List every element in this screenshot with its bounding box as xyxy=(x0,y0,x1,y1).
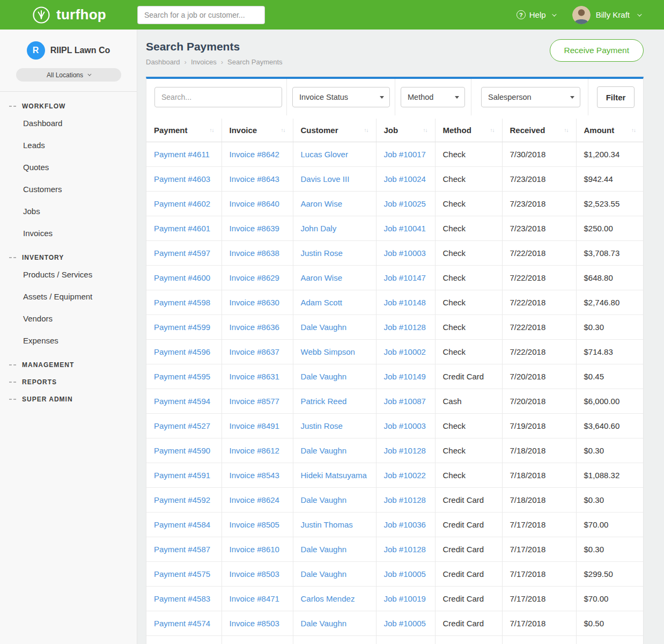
payment-link[interactable]: Payment #4603 xyxy=(154,174,210,184)
sidebar-item-customers[interactable]: Customers xyxy=(0,178,137,200)
sidebar-item-assets-equipment[interactable]: Assets / Equipment xyxy=(0,286,137,308)
sort-icon[interactable]: ↑↓ xyxy=(631,127,636,133)
payment-link[interactable]: Payment #4527 xyxy=(154,421,210,430)
job-link[interactable]: Job #10024 xyxy=(384,174,426,184)
payment-link[interactable]: Payment #4594 xyxy=(154,397,210,406)
column-header-invoice[interactable]: Invoice↑↓ xyxy=(222,119,293,142)
payment-link[interactable]: Payment #4575 xyxy=(154,569,210,579)
column-header-method[interactable]: Method↑↓ xyxy=(435,119,502,142)
sidebar-section-management[interactable]: MANAGEMENT xyxy=(0,361,137,369)
sidebar-item-invoices[interactable]: Invoices xyxy=(0,222,137,244)
job-link[interactable]: Job #10128 xyxy=(384,495,426,504)
job-link[interactable]: Job #10149 xyxy=(384,372,426,381)
job-link[interactable]: Job #10147 xyxy=(384,273,426,282)
sidebar-item-leads[interactable]: Leads xyxy=(0,134,137,156)
job-link[interactable]: Job #10128 xyxy=(384,323,426,332)
job-link[interactable]: Job #10022 xyxy=(384,471,426,480)
job-link[interactable]: Job #10128 xyxy=(384,446,426,455)
customer-link[interactable]: Justin Thomas xyxy=(301,520,353,529)
invoice-link[interactable]: Invoice #8503 xyxy=(230,569,279,579)
filter-button[interactable]: Filter xyxy=(597,86,635,108)
customer-link[interactable]: Dale Vaughn xyxy=(301,545,347,554)
invoice-link[interactable]: Invoice #8630 xyxy=(230,298,279,307)
job-link[interactable]: Job #10128 xyxy=(384,545,426,554)
job-link[interactable]: Job #10019 xyxy=(384,594,426,603)
invoice-link[interactable]: Invoice #8471 xyxy=(230,594,279,603)
sidebar-item-vendors[interactable]: Vendors xyxy=(0,308,137,330)
column-header-job[interactable]: Job↑↓ xyxy=(376,119,435,142)
sidebar-section-reports[interactable]: REPORTS xyxy=(0,378,137,386)
column-header-payment[interactable]: Payment↑↓ xyxy=(146,119,222,142)
payment-link[interactable]: Payment #4600 xyxy=(154,273,210,282)
receive-payment-button[interactable]: Receive Payment xyxy=(550,39,644,62)
customer-link[interactable]: Davis Love III xyxy=(301,174,350,184)
customer-link[interactable]: Aaron Wise xyxy=(301,273,343,282)
sidebar-item-products-services[interactable]: Products / Services xyxy=(0,264,137,286)
payment-link[interactable]: Payment #4599 xyxy=(154,323,210,332)
invoice-link[interactable]: Invoice #8543 xyxy=(230,471,279,480)
customer-link[interactable]: Carlos Mendez xyxy=(301,594,355,603)
sort-icon[interactable]: ↑↓ xyxy=(364,127,368,133)
invoice-link[interactable]: Invoice #8577 xyxy=(230,397,279,406)
customer-link[interactable]: Dale Vaughn xyxy=(301,446,347,455)
customer-link[interactable]: Dale Vaughn xyxy=(301,619,347,628)
global-search-input[interactable] xyxy=(137,6,265,24)
payment-link[interactable]: Payment #4592 xyxy=(154,495,210,504)
sidebar-section-super-admin[interactable]: SUPER ADMIN xyxy=(0,396,137,403)
method-select[interactable]: Method xyxy=(401,87,465,107)
locations-dropdown[interactable]: All Locations xyxy=(16,68,121,82)
user-menu[interactable]: Billy Kraft xyxy=(572,6,640,24)
customer-link[interactable]: Adam Scott xyxy=(301,298,343,307)
invoice-link[interactable]: Invoice #8636 xyxy=(230,323,279,332)
breadcrumb-item-invoices[interactable]: Invoices xyxy=(191,58,217,66)
payment-link[interactable]: Payment #4601 xyxy=(154,224,210,233)
sidebar-item-jobs[interactable]: Jobs xyxy=(0,200,137,222)
invoice-link[interactable]: Invoice #8503 xyxy=(230,619,279,628)
invoice-link[interactable]: Invoice #8629 xyxy=(230,273,279,282)
column-header-customer[interactable]: Customer↑↓ xyxy=(293,119,376,142)
payment-link[interactable]: Payment #4574 xyxy=(154,619,210,628)
sort-icon[interactable]: ↑↓ xyxy=(490,127,495,133)
invoice-status-select[interactable]: Invoice Status xyxy=(292,87,390,107)
customer-link[interactable]: Webb Simpson xyxy=(301,347,355,356)
customer-link[interactable]: Justin Rose xyxy=(301,248,343,258)
invoice-link[interactable]: Invoice #8640 xyxy=(230,199,279,208)
invoice-link[interactable]: Invoice #8637 xyxy=(230,347,279,356)
job-link[interactable]: Job #10003 xyxy=(384,248,426,258)
job-link[interactable]: Job #10036 xyxy=(384,520,426,529)
sort-icon[interactable]: ↑↓ xyxy=(210,127,214,133)
sort-icon[interactable]: ↑↓ xyxy=(564,127,569,133)
payment-link[interactable]: Payment #4584 xyxy=(154,520,210,529)
payment-link[interactable]: Payment #4602 xyxy=(154,199,210,208)
payment-link[interactable]: Payment #4587 xyxy=(154,545,210,554)
payments-search-input[interactable] xyxy=(154,87,282,107)
customer-link[interactable]: John Daly xyxy=(301,224,337,233)
job-link[interactable]: Job #10002 xyxy=(384,347,426,356)
invoice-link[interactable]: Invoice #8639 xyxy=(230,224,279,233)
job-link[interactable]: Job #10005 xyxy=(384,619,426,628)
sidebar-item-expenses[interactable]: Expenses xyxy=(0,330,137,352)
invoice-link[interactable]: Invoice #8612 xyxy=(230,446,279,455)
job-link[interactable]: Job #10025 xyxy=(384,199,426,208)
payment-link[interactable]: Payment #4611 xyxy=(154,150,210,159)
breadcrumb-item-dashboard[interactable]: Dashboard xyxy=(146,58,180,66)
customer-link[interactable]: Dale Vaughn xyxy=(301,495,347,504)
invoice-link[interactable]: Invoice #8610 xyxy=(230,545,279,554)
customer-link[interactable]: Lucas Glover xyxy=(301,150,348,159)
payment-link[interactable]: Payment #4590 xyxy=(154,446,210,455)
payment-link[interactable]: Payment #4598 xyxy=(154,298,210,307)
payment-link[interactable]: Payment #4591 xyxy=(154,471,210,480)
customer-link[interactable]: Dale Vaughn xyxy=(301,569,347,579)
sort-icon[interactable]: ↑↓ xyxy=(281,127,285,133)
payment-link[interactable]: Payment #4596 xyxy=(154,347,210,356)
invoice-link[interactable]: Invoice #8638 xyxy=(230,248,279,258)
column-header-received[interactable]: Received↑↓ xyxy=(502,119,576,142)
job-link[interactable]: Job #10041 xyxy=(384,224,426,233)
customer-link[interactable]: Hideki Matsuyama xyxy=(301,471,367,480)
sidebar-item-dashboard[interactable]: Dashboard xyxy=(0,112,137,134)
payment-link[interactable]: Payment #4583 xyxy=(154,594,210,603)
sort-icon[interactable]: ↑↓ xyxy=(423,127,427,133)
salesperson-select[interactable]: Salesperson xyxy=(481,87,580,107)
help-menu[interactable]: ? Help xyxy=(517,10,555,19)
invoice-link[interactable]: Invoice #8642 xyxy=(230,150,279,159)
